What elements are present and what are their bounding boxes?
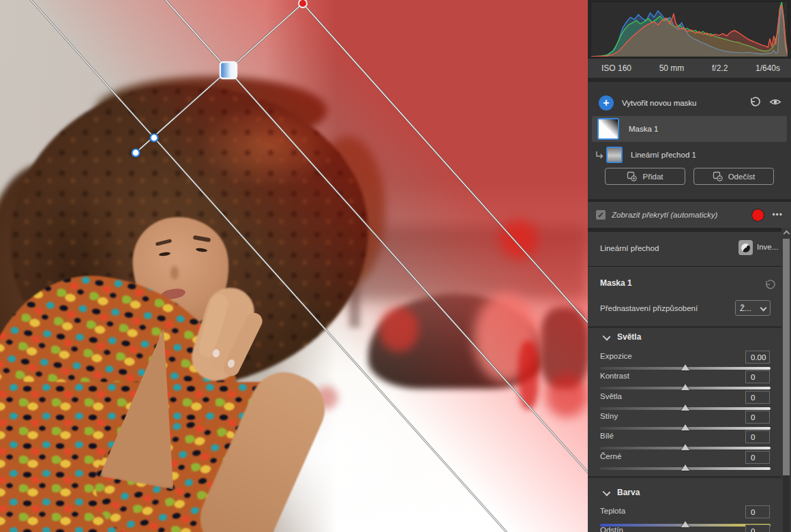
slider-label-stiny: Stíny	[600, 412, 618, 420]
slider-value-expozice[interactable]: 0.00	[745, 351, 770, 364]
reset-icon[interactable]	[749, 96, 760, 107]
divider	[588, 476, 781, 478]
mask-section-title: Maska 1	[600, 278, 632, 288]
reset-icon-dimmed[interactable]	[764, 279, 775, 290]
section-collapse-icon[interactable]	[603, 333, 611, 341]
exif-focal-length: 50 mm	[659, 63, 685, 73]
masks-panel: + Vytvořit novou masku Maska 1	[588, 82, 791, 199]
slider-label-svetla: Světla	[600, 392, 622, 400]
exif-aperture: f/2.2	[712, 63, 728, 73]
overlay-color-swatch[interactable]	[752, 209, 764, 221]
photo-canvas[interactable]	[0, 0, 588, 532]
create-mask-label: Vytvořit novou masku	[622, 99, 697, 107]
slider-value-teplota[interactable]: 0	[745, 505, 770, 518]
mask-red-overlay	[0, 0, 588, 532]
panel-scrollbar[interactable]	[781, 228, 791, 532]
more-options-icon[interactable]: •••	[772, 210, 783, 220]
section-title-light: Světla	[617, 332, 641, 342]
invert-button[interactable]	[738, 240, 753, 255]
invert-label: Inve...	[757, 243, 778, 251]
exif-iso: ISO 160	[601, 63, 631, 73]
gradient-center-handle[interactable]	[220, 62, 237, 78]
slider-value-odstin[interactable]: 0	[745, 524, 770, 532]
section-title-color: Barva	[617, 488, 640, 497]
slider-thumb-cerne[interactable]	[681, 464, 689, 471]
slider-label-bile: Bílé	[600, 432, 614, 440]
mask-component-label: Lineární přechod 1	[631, 151, 696, 159]
slider-thumb-stiny[interactable]	[681, 424, 689, 430]
slider-thumb-teplota[interactable]	[681, 521, 689, 527]
linear-gradient-thumbnail[interactable]	[606, 147, 623, 163]
chevron-down-icon	[760, 305, 767, 312]
add-to-mask-button[interactable]: Přidat	[605, 168, 685, 185]
invert-icon	[741, 243, 750, 252]
scrollbar-thumb[interactable]	[783, 239, 790, 475]
slider-value-kontrast[interactable]: 0	[745, 370, 770, 383]
mask-list-item-maska-1[interactable]: Maska 1	[592, 116, 787, 142]
subtract-button-label: Odečíst	[728, 173, 756, 181]
plus-icon[interactable]: +	[599, 95, 614, 110]
show-overlay-checkbox[interactable]: ✓	[596, 210, 606, 220]
slider-value-bile[interactable]: 0	[745, 430, 770, 443]
slider-value-stiny[interactable]: 0	[745, 411, 770, 424]
tool-name-label: Lineární přechod	[600, 244, 659, 252]
mask-thumbnail[interactable]	[597, 118, 619, 140]
subtract-from-mask-button[interactable]: Odečíst	[693, 168, 774, 185]
exif-info-bar: ISO 160 50 mm f/2.2 1/640s	[588, 59, 791, 78]
slider-thumb-kontrast[interactable]	[681, 384, 689, 390]
show-overlay-label: Zobrazit překrytí (automaticky)	[612, 211, 717, 219]
gradient-start-handle[interactable]	[132, 149, 140, 157]
divider	[588, 326, 781, 328]
linear-gradient-mask-overlay[interactable]	[0, 0, 588, 532]
preset-dropdown[interactable]: Ž...	[735, 300, 771, 316]
scrollbar-track[interactable]	[783, 475, 790, 532]
mask-item-label: Maska 1	[629, 125, 658, 133]
show-overlay-row: ✓ Zobrazit překrytí (automaticky) •••	[588, 202, 791, 228]
slider-value-svetla[interactable]: 0	[745, 391, 770, 404]
slider-label-odstin: Odstín	[600, 526, 623, 532]
section-collapse-icon[interactable]	[603, 488, 611, 497]
subtract-mask-icon	[713, 171, 723, 181]
preset-label: Přednastavení přizpůsobení	[600, 304, 698, 312]
sub-item-arrow-icon	[595, 151, 604, 160]
add-mask-icon	[627, 171, 637, 181]
preset-value: Ž...	[740, 304, 751, 312]
create-new-mask-button[interactable]: + Vytvořit novou masku	[588, 91, 791, 115]
slider-thumb-expozice[interactable]	[681, 364, 689, 370]
gradient-end-handle[interactable]	[299, 0, 307, 8]
add-button-label: Přidat	[642, 173, 663, 181]
scrollbar-up-arrow-icon[interactable]	[781, 229, 791, 237]
slider-value-cerne[interactable]: 0	[745, 451, 770, 464]
edit-panel: ISO 160 50 mm f/2.2 1/640s + Vytvořit no…	[588, 0, 791, 532]
adjustments-scroll-area: Lineární přechod Inve... Maska 1 Přednas…	[588, 232, 781, 532]
mask-component-linear-gradient-1[interactable]: Lineární přechod 1	[588, 145, 791, 165]
histogram[interactable]	[591, 1, 788, 57]
gradient-edge-handle[interactable]	[151, 134, 158, 142]
slider-label-expozice: Expozice	[600, 352, 632, 360]
app-window: ISO 160 50 mm f/2.2 1/640s + Vytvořit no…	[0, 0, 791, 532]
eye-icon[interactable]	[769, 98, 781, 106]
slider-label-cerne: Černé	[600, 452, 621, 460]
divider	[588, 266, 781, 268]
slider-thumb-bile[interactable]	[681, 444, 689, 450]
slider-thumb-svetla[interactable]	[681, 404, 689, 411]
slider-label-kontrast: Kontrast	[600, 372, 629, 380]
slider-label-teplota: Teplota	[600, 507, 625, 515]
exif-shutter: 1/640s	[756, 63, 780, 73]
